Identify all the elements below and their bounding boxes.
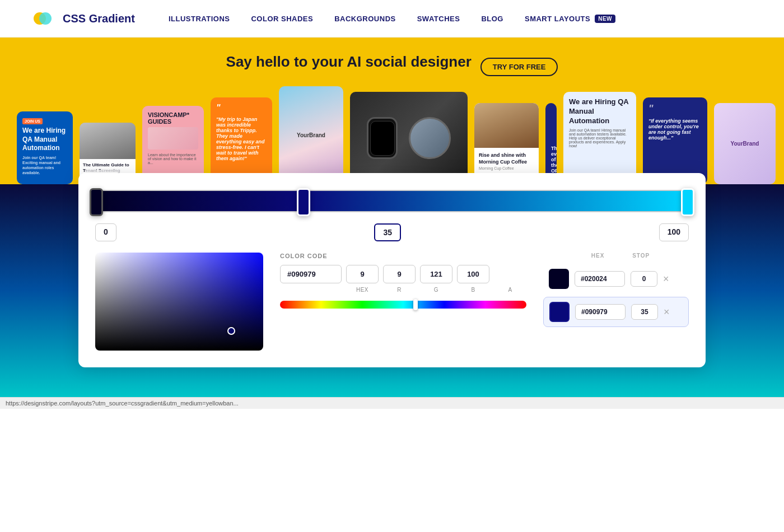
stop-num-left[interactable]: 0 (95, 223, 116, 241)
gradient-handle-left[interactable] (90, 188, 103, 216)
color-picker[interactable] (95, 253, 263, 351)
stop-num-mid[interactable]: 35 (374, 223, 401, 241)
hex-input[interactable] (280, 265, 342, 283)
gradient-handle-mid[interactable] (297, 188, 310, 216)
hue-strip[interactable] (280, 301, 526, 309)
white-hiring-title: We are Hiring QA Manual Automation (569, 97, 631, 126)
coffee-sub: Morning Cup Coffee (479, 166, 534, 170)
card-coffee: Rise and shine with Morning Cup Coffee M… (474, 103, 539, 184)
gradient-handle-right[interactable] (681, 188, 694, 216)
nav-blog[interactable]: BLOG (481, 15, 503, 23)
gradient-editor: 0 35 100 COLOR CODE HEX (78, 173, 706, 367)
rgba-labels: HEX R G B A (280, 287, 526, 293)
card-orange-quote: " "My trip to Japan was incredible thank… (211, 97, 272, 184)
coffee-title: Rise and shine with Morning Cup Coffee (479, 152, 534, 165)
swatch-stop-col-label: STOP (632, 253, 650, 259)
yourbrand-label: YourBrand (297, 132, 325, 138)
hue-thumb[interactable] (413, 299, 418, 310)
g-label: G (420, 287, 452, 293)
swatch-hex-col-label: HEX (591, 253, 605, 259)
editor-row: COLOR CODE HEX R G B A (95, 253, 689, 351)
yourbrand2-label: YourBrand (731, 141, 759, 147)
color-code-panel: COLOR CODE HEX R G B A (280, 253, 526, 309)
r-input[interactable] (346, 265, 379, 283)
card-blue-hiring[interactable]: JOIN US We are Hiring QA Manual Automati… (17, 111, 73, 184)
status-bar: https://designstripe.com/layouts?utm_sou… (0, 397, 784, 409)
swatches-panel: HEX STOP × × (543, 253, 689, 330)
card-visioncamp: VISIONCAMP* GUIDES Learn about the impor… (142, 106, 204, 184)
coffee-info: Rise and shine with Morning Cup Coffee M… (474, 148, 539, 175)
card-yourbrand: YourBrand (279, 86, 343, 184)
promo-banner: Say hello to your AI social designer TRY… (0, 38, 784, 184)
g-input[interactable] (383, 265, 416, 283)
swatch-delete-1[interactable]: × (663, 274, 669, 284)
nav-backgrounds[interactable]: BACKGROUNDS (334, 15, 396, 23)
card-yourbrand2: YourBrand (714, 103, 776, 184)
b-input[interactable] (420, 265, 452, 283)
swatch-hex-input-1[interactable] (575, 271, 625, 287)
card-device-watch (350, 92, 468, 184)
card-blue-hiring-sub: Join our QA team! Exciting manual and au… (22, 155, 67, 175)
visioncamp-body: Learn about the importance of vision and… (148, 153, 198, 165)
swatch-hex-input-2[interactable] (575, 304, 626, 320)
swatch-row-1: × (543, 264, 689, 293)
swatch-color-1[interactable] (549, 269, 569, 289)
try-for-free-button[interactable]: TRY FOR FREE (480, 58, 558, 76)
hex-label: HEX (346, 287, 379, 293)
b-label: B (457, 287, 489, 293)
picker-cursor (227, 327, 235, 335)
logo[interactable]: CSS Gradient (34, 10, 135, 27)
a-label: A (494, 287, 526, 293)
swatch-color-2[interactable] (549, 302, 570, 322)
swatch-row-2: × (543, 297, 689, 327)
nav-smart-layouts[interactable]: SMART LAYOUTS NEW (525, 15, 615, 23)
r-label: R (383, 287, 416, 293)
stop-num-right[interactable]: 100 (659, 223, 689, 241)
a-input[interactable] (457, 265, 489, 283)
stop-numbers-row: 0 35 100 (95, 223, 689, 241)
circle-green (39, 12, 52, 25)
card-dark-quote: " "If everything seems under control, yo… (643, 97, 707, 184)
nav-illustrations[interactable]: ILLUSTRATIONS (169, 15, 230, 23)
swatch-stop-input-2[interactable] (631, 304, 658, 320)
card-strip: JOIN US We are Hiring QA Manual Automati… (0, 86, 784, 184)
orange-quote-text: "My trip to Japan was incredible thanks … (216, 116, 267, 161)
main-nav: ILLUSTRATIONS COLOR SHADES BACKGROUNDS S… (169, 15, 615, 23)
swatch-delete-2[interactable]: × (664, 307, 670, 317)
hex-row (280, 265, 526, 283)
new-badge: NEW (595, 15, 615, 23)
white-hiring-sub: Join our QA team! Hiring manual and auto… (569, 128, 631, 148)
color-code-label: COLOR CODE (280, 253, 526, 259)
nav-color-shades[interactable]: COLOR SHADES (251, 15, 313, 23)
banner-headline: Say hello to your AI social designer (226, 53, 472, 71)
logo-text: CSS Gradient (63, 12, 135, 25)
card-tag: JOIN US (22, 118, 43, 124)
banner-headline-row: Say hello to your AI social designer TRY… (0, 53, 784, 81)
visioncamp-title: VISIONCAMP* GUIDES (148, 111, 198, 125)
swatch-stop-input-1[interactable] (631, 271, 657, 287)
header: CSS Gradient ILLUSTRATIONS COLOR SHADES … (0, 0, 784, 38)
gradient-background-section: 0 35 100 COLOR CODE HEX (0, 184, 784, 397)
swatches-header: HEX STOP (543, 253, 689, 259)
card-white-hiring: We are Hiring QA Manual Automation Join … (563, 92, 636, 184)
gradient-bar-wrap (95, 190, 689, 212)
dark-quote-text: "If everything seems under control, you'… (648, 118, 702, 141)
logo-icon (34, 10, 57, 27)
card-evolution: The evolution of the OP-1 Synthesizer re… (545, 103, 557, 184)
status-url: https://designstripe.com/layouts?utm_sou… (6, 400, 239, 407)
nav-swatches[interactable]: SWATCHES (417, 15, 460, 23)
gradient-bar (95, 190, 689, 212)
card-blue-hiring-title: We are Hiring QA Manual Automation (22, 127, 67, 153)
coffee-image (474, 103, 539, 148)
